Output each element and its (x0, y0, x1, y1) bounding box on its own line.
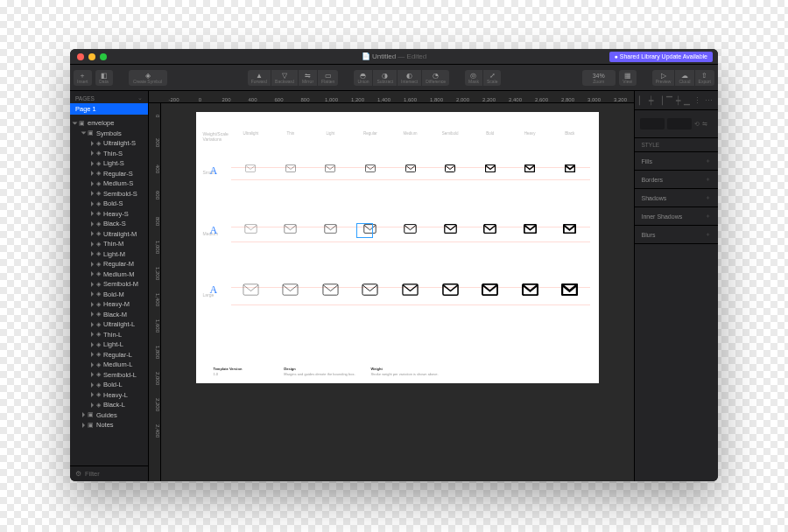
distribute-v-icon[interactable]: ⋯ (705, 96, 713, 105)
symbol-cell[interactable] (430, 224, 470, 234)
flatten-button[interactable]: ▭Flatten (318, 70, 338, 86)
symbol-cell[interactable] (231, 284, 271, 296)
create-symbol-button[interactable]: ◈Create Symbol (129, 70, 167, 86)
disclosure-icon[interactable] (91, 291, 94, 297)
symbol-cell[interactable] (470, 164, 510, 172)
layer-item[interactable]: ◈Medium-M (70, 270, 148, 280)
x-field[interactable] (640, 118, 665, 130)
disclosure-icon[interactable] (91, 181, 94, 186)
layer-item[interactable]: ◈Heavy-L (70, 390, 148, 401)
symbol-cell[interactable] (311, 224, 351, 234)
subtract-button[interactable]: ◑Subtract (373, 70, 397, 86)
disclosure-icon[interactable] (91, 251, 94, 256)
disclosure-icon[interactable] (91, 342, 94, 347)
cloud-button[interactable]: ☁Cloud (675, 70, 693, 86)
layer-item[interactable]: ◈Light-S (70, 158, 148, 169)
align-vcenter-icon[interactable]: ┿ (676, 96, 680, 105)
layer-item[interactable]: ▣Guides (70, 410, 148, 421)
layer-item[interactable]: ◈Regular-S (70, 169, 148, 179)
layer-item[interactable]: ◈Bold-M (70, 290, 148, 300)
mask-button[interactable]: ◎Mask (465, 70, 482, 86)
artboard[interactable]: Weight/Scale Variations UltralightThinLi… (196, 112, 599, 383)
layer-item[interactable]: ◈Ultralight-M (70, 229, 148, 240)
disclosure-icon[interactable] (91, 271, 94, 276)
add-inner-shadow-icon[interactable]: ＋ (705, 212, 711, 220)
page-item[interactable]: Page 1 (70, 103, 148, 115)
align-left-icon[interactable]: ▏ (639, 96, 645, 105)
symbol-cell[interactable] (390, 164, 431, 172)
zoom-field[interactable]: 34%Zoom (582, 70, 616, 86)
pages-menu-icon[interactable]: ⌄ (137, 94, 143, 102)
symbol-cell[interactable] (550, 224, 590, 234)
disclosure-icon[interactable] (91, 372, 94, 377)
disclosure-icon[interactable] (73, 122, 78, 124)
template-cell[interactable]: A (210, 224, 218, 237)
disclosure-icon[interactable] (91, 191, 94, 196)
zoom-window-icon[interactable] (100, 53, 107, 60)
disclosure-icon[interactable] (91, 362, 94, 368)
symbol-cell[interactable] (510, 224, 550, 234)
export-button[interactable]: ⇧Export (695, 70, 714, 86)
symbol-cell[interactable] (350, 284, 390, 296)
symbol-cell[interactable] (271, 284, 311, 296)
layer-item[interactable]: ◈Regular-L (70, 350, 148, 360)
layer-item[interactable]: ◈Ultralight-L (70, 319, 148, 330)
distribute-h-icon[interactable]: ⋮ (693, 96, 701, 105)
layer-item[interactable]: ◈Heavy-S (70, 209, 148, 220)
layer-item[interactable]: ◈Light-L (70, 340, 148, 350)
layer-item[interactable]: ◈Black-M (70, 310, 148, 320)
add-shadow-icon[interactable]: ＋ (705, 193, 711, 202)
symbol-cell[interactable] (510, 164, 550, 172)
symbol-cell[interactable] (311, 164, 351, 172)
symbol-cell[interactable] (231, 164, 271, 172)
add-border-icon[interactable]: ＋ (705, 175, 711, 184)
union-button[interactable]: ◓Union (354, 70, 372, 86)
add-blur-icon[interactable]: ＋ (705, 230, 711, 239)
disclosure-icon[interactable] (91, 322, 94, 327)
layer-item[interactable]: ▣envelope (70, 118, 148, 129)
symbol-cell[interactable] (311, 284, 351, 296)
viewport[interactable]: Weight/Scale Variations UltralightThinLi… (161, 103, 634, 481)
layer-item[interactable]: ◈Ultralight-S (70, 138, 148, 149)
transform-icon[interactable]: ⟲ (694, 121, 700, 128)
symbol-cell[interactable] (271, 224, 311, 234)
layer-item[interactable]: ◈Regular-M (70, 259, 148, 270)
layer-item[interactable]: ◈Bold-L (70, 380, 148, 390)
symbol-cell[interactable] (550, 164, 590, 172)
symbol-cell[interactable] (350, 164, 390, 172)
disclosure-icon[interactable] (91, 302, 94, 307)
disclosure-icon[interactable] (91, 201, 94, 206)
disclosure-icon[interactable] (91, 282, 94, 287)
disclosure-icon[interactable] (81, 132, 87, 135)
fills-section[interactable]: Fills＋ (635, 152, 719, 171)
layer-item[interactable]: ◈Bold-S (70, 199, 148, 209)
add-fill-icon[interactable]: ＋ (705, 157, 711, 165)
disclosure-icon[interactable] (91, 402, 94, 408)
align-bottom-icon[interactable]: ▁ (684, 96, 690, 105)
library-update-banner[interactable]: ● Shared Library Update Available (609, 52, 713, 62)
align-top-icon[interactable]: ▔ (666, 96, 672, 105)
preview-button[interactable]: ▷Preview (652, 70, 675, 86)
symbol-cell[interactable] (470, 284, 510, 296)
disclosure-icon[interactable] (91, 382, 94, 388)
disclosure-icon[interactable] (82, 423, 85, 428)
disclosure-icon[interactable] (82, 412, 85, 417)
layer-item[interactable]: ◈Thin-M (70, 239, 148, 249)
disclosure-icon[interactable] (91, 221, 94, 227)
disclosure-icon[interactable] (91, 171, 94, 176)
disclosure-icon[interactable] (91, 231, 94, 236)
layer-item[interactable]: ◈Medium-L (70, 360, 148, 370)
layer-list[interactable]: ▣envelope▣Symbols◈Ultralight-S◈Thin-S◈Li… (70, 115, 148, 466)
disclosure-icon[interactable] (91, 352, 94, 357)
layer-item[interactable]: ◈Semibold-L (70, 370, 148, 381)
forward-button[interactable]: ▲Forward (248, 70, 271, 86)
ruler-left[interactable]: 02004006008001,0001,2001,4001,6001,8002,… (149, 103, 161, 481)
layer-item[interactable]: ◈Heavy-M (70, 299, 148, 310)
template-cell[interactable]: A (210, 284, 218, 297)
intersect-button[interactable]: ◐Intersect (398, 70, 421, 86)
inner-shadows-section[interactable]: Inner Shadows＋ (635, 207, 719, 226)
data-button[interactable]: ◧Data (95, 70, 113, 86)
disclosure-icon[interactable] (91, 161, 94, 166)
mirror-button[interactable]: ⇋Mirror (299, 70, 317, 86)
layer-item[interactable]: ◈Light-M (70, 249, 148, 260)
